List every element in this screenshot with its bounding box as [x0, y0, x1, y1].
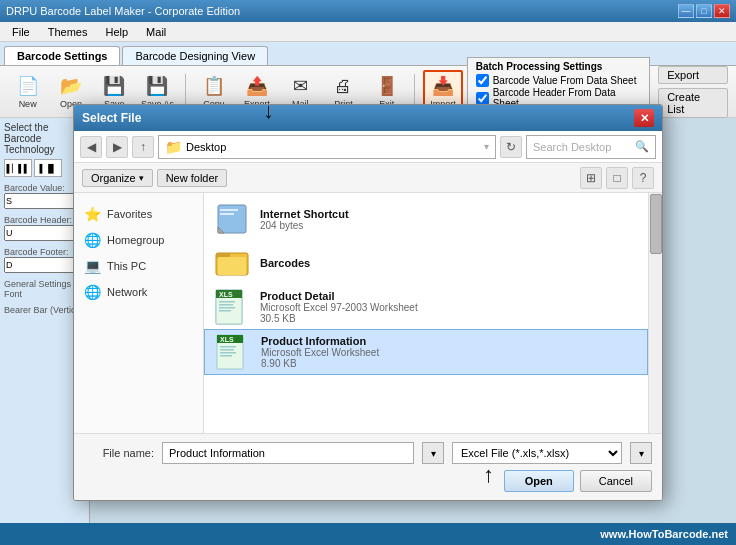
cancel-button[interactable]: Cancel — [580, 470, 652, 492]
barcodes-folder-icon — [212, 245, 252, 281]
nav-thispc-label: This PC — [107, 260, 146, 272]
up-button[interactable]: ↑ — [132, 136, 154, 158]
grid-view-button[interactable]: ⊞ — [580, 167, 602, 189]
dialog-scrollbar[interactable] — [648, 193, 662, 433]
back-button[interactable]: ◀ — [80, 136, 102, 158]
open-file-button[interactable]: Open — [504, 470, 574, 492]
location-arrow: ▾ — [484, 141, 489, 152]
dialog-body: ⭐ Favorites 🌐 Homegroup 💻 This PC 🌐 Netw… — [74, 193, 662, 433]
svg-rect-2 — [220, 213, 234, 215]
help-button[interactable]: ? — [632, 167, 654, 189]
product-information-icon: XLS — [213, 334, 253, 370]
dialog-footer: File name: ▾ Excel File (*.xls,*.xlsx) ▾… — [74, 433, 662, 500]
svg-rect-20 — [220, 352, 236, 354]
favorites-icon: ⭐ — [84, 206, 101, 222]
dialog-nav: ⭐ Favorites 🌐 Homegroup 💻 This PC 🌐 Netw… — [74, 193, 204, 433]
filename-input[interactable] — [162, 442, 414, 464]
filename-dropdown-arrow[interactable]: ▾ — [422, 442, 444, 464]
scrollbar-thumb[interactable] — [650, 194, 662, 254]
network-icon: 🌐 — [84, 284, 101, 300]
svg-text:XLS: XLS — [220, 336, 234, 343]
svg-rect-14 — [219, 310, 231, 312]
organize-button[interactable]: Organize — [82, 169, 153, 187]
nav-network-label: Network — [107, 286, 147, 298]
nav-network[interactable]: 🌐 Network — [74, 279, 203, 305]
product-detail-icon: XLS — [212, 289, 252, 325]
nav-thispc[interactable]: 💻 This PC — [74, 253, 203, 279]
dialog-toolbar: Organize New folder ⊞ □ ? — [74, 163, 662, 193]
product-detail-text: Product Detail Microsoft Excel 97-2003 W… — [260, 290, 640, 324]
file-item-barcodes[interactable]: Barcodes — [204, 241, 648, 285]
shortcut-file-icon — [212, 201, 252, 237]
nav-homegroup-label: Homegroup — [107, 234, 164, 246]
nav-favorites-label: Favorites — [107, 208, 152, 220]
dialog-filelist: Internet Shortcut 204 bytes Barco — [204, 193, 648, 433]
product-information-text: Product Information Microsoft Excel Work… — [261, 335, 639, 369]
file-item-product-detail[interactable]: XLS Product Detail Microsoft Excel 97-20… — [204, 285, 648, 329]
filetype-select[interactable]: Excel File (*.xls,*.xlsx) — [452, 442, 622, 464]
location-folder-icon: 📁 — [165, 139, 182, 155]
footer-actions: Open Cancel — [84, 470, 652, 492]
view-controls: ⊞ □ ? — [580, 167, 654, 189]
select-file-dialog: Select File ✕ ◀ ▶ ↑ 📁 Desktop ▾ ↻ Search… — [73, 104, 663, 501]
nav-favorites[interactable]: ⭐ Favorites — [74, 201, 203, 227]
location-text: Desktop — [186, 141, 226, 153]
search-box[interactable]: Search Desktop 🔍 — [526, 135, 656, 159]
nav-homegroup[interactable]: 🌐 Homegroup — [74, 227, 203, 253]
refresh-button[interactable]: ↻ — [500, 136, 522, 158]
svg-rect-19 — [220, 349, 234, 351]
filetype-dropdown-arrow[interactable]: ▾ — [630, 442, 652, 464]
dialog-title: Select File — [82, 111, 141, 125]
filename-label: File name: — [84, 447, 154, 459]
barcodes-folder-text: Barcodes — [260, 257, 640, 269]
svg-rect-21 — [220, 355, 232, 357]
new-folder-button[interactable]: New folder — [157, 169, 228, 187]
svg-rect-1 — [220, 209, 238, 211]
list-view-button[interactable]: □ — [606, 167, 628, 189]
file-item-product-information[interactable]: XLS Product Information Microsoft Excel … — [204, 329, 648, 375]
dialog-overlay: Select File ✕ ◀ ▶ ↑ 📁 Desktop ▾ ↻ Search… — [0, 0, 736, 545]
dialog-address-bar: ◀ ▶ ↑ 📁 Desktop ▾ ↻ Search Desktop 🔍 — [74, 131, 662, 163]
svg-rect-13 — [219, 307, 235, 309]
shortcut-file-text: Internet Shortcut 204 bytes — [260, 208, 640, 231]
svg-rect-6 — [218, 257, 246, 275]
filename-row: File name: ▾ Excel File (*.xls,*.xlsx) ▾ — [84, 442, 652, 464]
dialog-close-button[interactable]: ✕ — [634, 109, 654, 127]
search-icon: 🔍 — [635, 140, 649, 153]
address-location[interactable]: 📁 Desktop ▾ — [158, 135, 496, 159]
search-placeholder: Search Desktop — [533, 141, 635, 153]
svg-rect-18 — [220, 346, 236, 348]
svg-text:XLS: XLS — [219, 291, 233, 298]
forward-button[interactable]: ▶ — [106, 136, 128, 158]
svg-rect-11 — [219, 301, 235, 303]
thispc-icon: 💻 — [84, 258, 101, 274]
file-item-shortcut[interactable]: Internet Shortcut 204 bytes — [204, 197, 648, 241]
homegroup-icon: 🌐 — [84, 232, 101, 248]
svg-rect-12 — [219, 304, 233, 306]
dialog-title-bar: Select File ✕ — [74, 105, 662, 131]
